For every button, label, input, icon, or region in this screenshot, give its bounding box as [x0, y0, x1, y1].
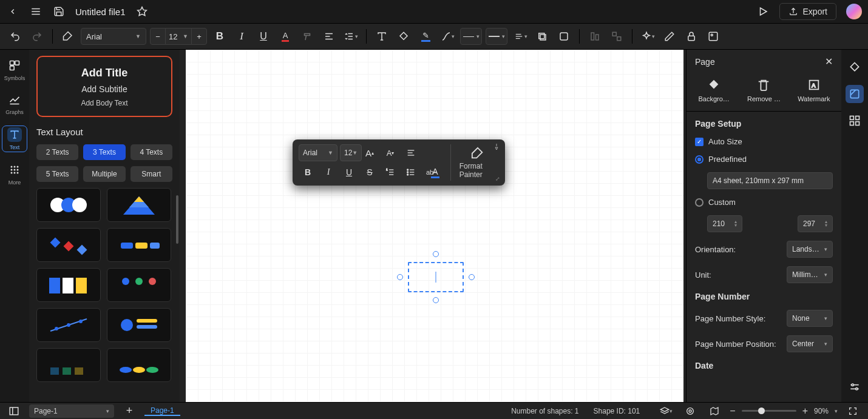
ctx-bold[interactable]: B	[299, 164, 317, 181]
avatar[interactable]	[846, 4, 862, 19]
ctx-align[interactable]	[402, 144, 420, 161]
layout-thumb[interactable]	[36, 348, 101, 382]
clear-format-button[interactable]	[298, 27, 316, 45]
custom-radio[interactable]	[695, 198, 704, 207]
add-title-button[interactable]: Add Title	[81, 67, 128, 79]
layout-thumb[interactable]	[107, 228, 171, 262]
layout-thumb[interactable]	[107, 268, 171, 302]
add-subtitle-button[interactable]: Add Subtitle	[81, 84, 127, 94]
fill-button[interactable]	[395, 27, 413, 45]
layers-button[interactable]	[704, 27, 722, 45]
rail-more[interactable]: More	[2, 163, 27, 186]
custom-row[interactable]: Custom	[695, 198, 833, 207]
auto-size-checkbox[interactable]: ✓	[695, 138, 704, 146]
unit-select[interactable]: Millim…▾	[787, 266, 833, 283]
font-color-button[interactable]: A	[276, 27, 294, 45]
pin-icon[interactable]	[493, 143, 500, 150]
page-canvas[interactable]	[186, 50, 683, 402]
chip-multiple[interactable]: Multiple	[83, 166, 125, 182]
increase-font-button[interactable]: +	[191, 28, 207, 45]
ctx-italic[interactable]: I	[319, 164, 337, 181]
ctx-ordered-list[interactable]: 1	[381, 164, 399, 181]
rail-text[interactable]: Text	[2, 126, 27, 152]
tab-background[interactable]: Backgro…	[689, 78, 739, 102]
chip-4-texts[interactable]: 4 Texts	[131, 144, 172, 160]
map-button[interactable]	[705, 402, 724, 420]
layout-thumb[interactable]	[36, 308, 101, 342]
page-tab[interactable]: Page-1	[144, 406, 180, 416]
pn-style-select[interactable]: None▾	[787, 310, 833, 327]
add-page-button[interactable]: +	[120, 402, 138, 420]
file-title[interactable]: Untitled file1	[75, 7, 126, 17]
close-panel-button[interactable]: ✕	[825, 56, 833, 67]
save-icon[interactable]	[52, 5, 66, 18]
bold-button[interactable]: B	[211, 27, 229, 45]
resize-handle-s[interactable]	[433, 297, 439, 303]
decrease-font-button[interactable]: −	[150, 28, 166, 45]
page-panel-button[interactable]	[846, 85, 864, 103]
theme-button[interactable]	[846, 58, 864, 76]
zoom-slider[interactable]	[742, 410, 796, 412]
ctx-font-color[interactable]: A	[426, 164, 444, 181]
star-icon[interactable]	[135, 5, 149, 18]
connector-button[interactable]: ▾	[438, 27, 456, 45]
panel-toggle-button[interactable]	[5, 402, 23, 420]
highlight-button[interactable]: ✎	[416, 27, 435, 45]
resize-handle-e[interactable]	[469, 274, 475, 280]
tab-remove[interactable]: Remove …	[739, 78, 789, 102]
align-objects-button[interactable]	[586, 27, 604, 45]
zoom-out-button[interactable]: −	[730, 406, 735, 417]
ctx-decrease-font[interactable]: A▾	[381, 144, 399, 161]
ctx-font-size[interactable]: 12▼	[340, 144, 362, 161]
predefined-select[interactable]: A4 sheet, 210mm x 297 mm	[707, 172, 833, 189]
chip-3-texts[interactable]: 3 Texts	[83, 144, 125, 160]
underline-button[interactable]: U	[254, 27, 273, 45]
rail-graphs[interactable]: Graphs	[2, 92, 27, 115]
resize-handle-w[interactable]	[397, 274, 403, 280]
zoom-value[interactable]: 90%	[814, 407, 829, 415]
redo-button[interactable]	[28, 27, 46, 45]
focus-button[interactable]	[681, 402, 699, 420]
font-family-select[interactable]: Arial ▼	[81, 28, 146, 45]
predefined-radio[interactable]	[695, 155, 704, 164]
arrow-style-button[interactable]: ▾	[511, 27, 529, 45]
ctx-underline[interactable]: U	[340, 164, 358, 181]
canvas-area[interactable]: Arial▼ 12▼ A▴ A▾ B I U S 1 ab↵ A	[180, 50, 686, 402]
expand-icon[interactable]: ⤢	[495, 176, 500, 182]
grid-view-button[interactable]	[846, 112, 864, 130]
predefined-row[interactable]: Predefined	[695, 155, 833, 164]
back-button[interactable]	[6, 5, 19, 18]
layout-thumb[interactable]	[107, 188, 171, 222]
undo-button[interactable]	[6, 27, 24, 45]
line-weight-select[interactable]: ▾	[486, 28, 507, 45]
ai-button[interactable]: ▾	[639, 27, 657, 45]
menu-button[interactable]	[29, 5, 42, 18]
text-tool-button[interactable]	[373, 27, 391, 45]
layout-thumb[interactable]	[36, 188, 101, 222]
layout-thumb[interactable]	[107, 348, 171, 382]
chip-smart[interactable]: Smart	[131, 166, 172, 182]
format-painter-button[interactable]	[59, 27, 77, 45]
orientation-select[interactable]: Lands…▾	[787, 241, 833, 258]
auto-size-row[interactable]: ✓ Auto Size	[695, 137, 833, 146]
page-select[interactable]: Page-1▾	[29, 404, 114, 418]
layout-thumb[interactable]	[107, 308, 171, 342]
font-size-field[interactable]: 12 ▼	[166, 28, 191, 45]
export-button[interactable]: Export	[779, 3, 836, 20]
layout-thumb[interactable]	[36, 228, 101, 262]
chip-5-texts[interactable]: 5 Texts	[36, 166, 78, 182]
scrollbar[interactable]	[176, 195, 178, 244]
rail-symbols[interactable]: Symbols	[2, 58, 27, 81]
shadow-button[interactable]	[533, 27, 551, 45]
layers-status-button[interactable]: ▾	[657, 402, 675, 420]
pn-pos-select[interactable]: Center▾	[787, 335, 833, 352]
tab-watermark[interactable]: A Watermark	[789, 78, 839, 102]
resize-handle-n[interactable]	[433, 251, 439, 257]
radius-button[interactable]	[555, 27, 573, 45]
lock-button[interactable]	[682, 27, 700, 45]
line-height-button[interactable]: ▾	[342, 27, 360, 45]
line-style-select[interactable]: ▾	[460, 28, 482, 45]
italic-button[interactable]: I	[232, 27, 251, 45]
play-icon[interactable]	[756, 5, 770, 18]
align-button[interactable]	[320, 27, 338, 45]
